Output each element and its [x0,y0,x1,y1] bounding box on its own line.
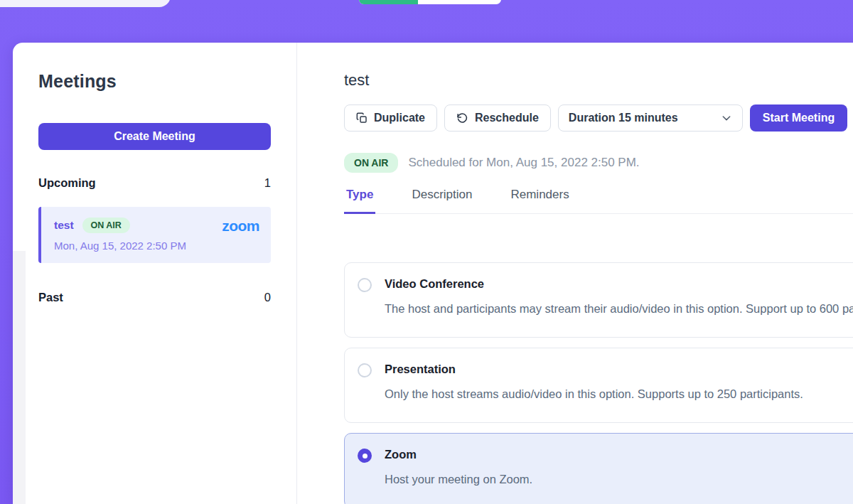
start-meeting-label: Start Meeting [763,112,835,124]
meeting-name: test [54,219,74,232]
meetings-sidebar: Meetings Create Meeting Upcoming 1 test … [13,43,297,504]
option-zoom[interactable]: Zoom Host your meeting on Zoom. [344,433,853,504]
tab-bar: Type Description Reminders [344,188,853,214]
sidebar-title: Meetings [38,71,282,92]
past-count: 0 [264,291,271,304]
page-title: test [344,71,853,90]
option-title: Zoom [385,448,532,461]
option-video-conference[interactable]: Video Conference The host and participan… [344,262,853,338]
option-description: Only the host streams audio/video in thi… [385,384,803,404]
upcoming-label: Upcoming [38,176,96,190]
meeting-detail: test Duplicate Reschedul [344,43,853,504]
upcoming-count: 1 [264,176,271,190]
on-air-status-badge: ON AIR [344,153,398,173]
tab-description[interactable]: Description [409,188,474,213]
radio-unselected-icon[interactable] [358,278,372,292]
duration-select[interactable]: Duration 15 minutes [558,104,743,132]
left-gutter [13,251,26,504]
reschedule-label: Reschedule [475,112,539,124]
past-label: Past [38,291,63,304]
radio-unselected-icon[interactable] [358,363,372,377]
tab-type[interactable]: Type [344,188,375,214]
chevron-down-icon [721,112,732,124]
zoom-logo: zoom [222,218,259,233]
reschedule-button[interactable]: Reschedule [444,104,551,132]
radio-selected-icon[interactable] [358,449,372,463]
duration-value: Duration 15 minutes [569,112,678,124]
on-air-badge: ON AIR [82,218,130,233]
option-title: Video Conference [385,277,853,291]
progress-bar [359,0,501,4]
toolbar: Duplicate Reschedule Duration 15 minutes [344,104,853,132]
app-panel: Meetings Create Meeting Upcoming 1 test … [13,43,853,504]
rotate-ccw-icon [456,112,468,124]
scheduled-text: Scheduled for Mon, Aug 15, 2022 2:50 PM. [408,156,639,170]
option-presentation[interactable]: Presentation Only the host streams audio… [344,348,853,423]
create-meeting-label: Create Meeting [114,130,195,143]
copy-icon [356,112,368,124]
tab-reminders[interactable]: Reminders [508,188,571,213]
status-row: ON AIR Scheduled for Mon, Aug 15, 2022 2… [344,153,853,173]
option-description: The host and participants may stream the… [385,299,853,318]
start-meeting-button[interactable]: Start Meeting [750,104,847,132]
duplicate-label: Duplicate [374,112,425,124]
meeting-list-item[interactable]: test ON AIR zoom Mon, Aug 15, 2022 2:50 … [38,207,271,263]
top-left-pill [0,0,171,7]
upcoming-section-header[interactable]: Upcoming 1 [38,176,271,190]
option-title: Presentation [385,363,803,376]
progress-fill [359,0,418,4]
create-meeting-button[interactable]: Create Meeting [38,123,271,150]
duplicate-button[interactable]: Duplicate [344,104,437,132]
past-section-header[interactable]: Past 0 [38,291,271,304]
meeting-type-options: Video Conference The host and participan… [344,262,853,504]
meeting-datetime: Mon, Aug 15, 2022 2:50 PM [54,240,259,252]
option-description: Host your meeting on Zoom. [385,469,532,489]
